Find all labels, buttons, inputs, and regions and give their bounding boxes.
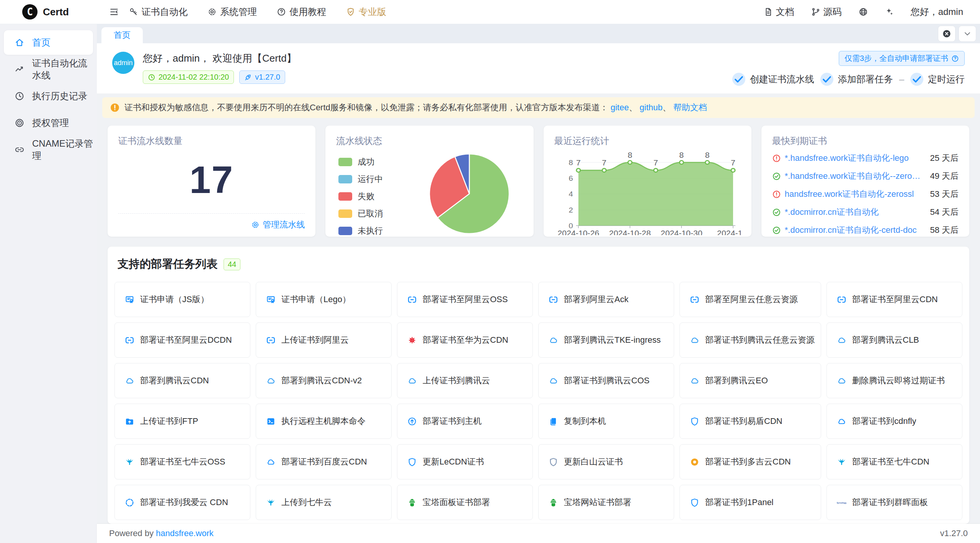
task-card-部署证书到腾讯云COS[interactable]: 部署证书到腾讯云COS bbox=[538, 363, 674, 398]
tab-bar: 首页 bbox=[97, 24, 980, 43]
legend-item-已取消[interactable]: 已取消 bbox=[338, 208, 383, 219]
task-card-证书申请（JS版）[interactable]: 证书申请（JS版） bbox=[114, 282, 250, 317]
aliyun-icon bbox=[837, 295, 846, 304]
nav-item-gear[interactable]: 系统管理 bbox=[207, 6, 257, 18]
task-card-部署到腾讯云EO[interactable]: 部署到腾讯云EO bbox=[679, 363, 821, 398]
quick-step-label: 定时运行 bbox=[928, 73, 965, 85]
sidebar-item-执行历史记录[interactable]: 执行历史记录 bbox=[4, 84, 93, 108]
task-card-部署证书至阿里云CDN[interactable]: 部署证书至阿里云CDN bbox=[826, 282, 962, 317]
legend-swatch bbox=[338, 227, 352, 235]
task-card-部署到腾讯云CDN[interactable]: 部署到腾讯云CDN bbox=[114, 363, 250, 398]
card-title: 最近运行统计 bbox=[554, 135, 741, 147]
alert-link-gitee[interactable]: gitee bbox=[611, 103, 629, 112]
quick-step-3[interactable]: 定时运行 bbox=[910, 73, 965, 86]
task-label: 部署证书到我爱云 CDN bbox=[140, 497, 228, 508]
alert-link-帮助文档[interactable]: 帮助文档 bbox=[673, 103, 707, 112]
task-card-宝塔网站证书部署[interactable]: 宝塔网站证书部署 bbox=[538, 485, 674, 520]
expiry-cert-link[interactable]: *.handsfree.work证书自动化-lego bbox=[785, 152, 922, 164]
task-card-部署证书至阿里云OSS[interactable]: 部署证书至阿里云OSS bbox=[397, 282, 533, 317]
gear-icon bbox=[251, 221, 260, 229]
task-card-上传证书到腾讯云[interactable]: 上传证书到腾讯云 bbox=[397, 363, 533, 398]
task-card-部署到腾讯云CLB[interactable]: 部署到腾讯云CLB bbox=[826, 322, 962, 358]
task-label: 部署证书到多吉云CDN bbox=[705, 456, 791, 468]
avatar[interactable]: admin bbox=[112, 52, 134, 74]
tasks-grid: 证书申请（JS版）证书申请（Lego）部署证书至阿里云OSS部署到阿里云Ack部… bbox=[114, 282, 962, 524]
task-card-上传证书到阿里云[interactable]: 上传证书到阿里云 bbox=[256, 322, 392, 358]
task-card-部署证书至七牛CDN[interactable]: 部署证书至七牛CDN bbox=[826, 444, 962, 479]
welcome-title: 您好，admin， 欢迎使用【Certd】 bbox=[143, 50, 297, 65]
nav-item-key[interactable]: 证书自动化 bbox=[129, 6, 188, 18]
task-card-删除腾讯云即将过期证书[interactable]: 删除腾讯云即将过期证书 bbox=[826, 363, 962, 398]
task-card-部署到腾讯云TKE-ingress[interactable]: 部署到腾讯云TKE-ingress bbox=[538, 322, 674, 358]
sidebar-item-CNAME记录管理[interactable]: CNAME记录管理 bbox=[4, 137, 93, 162]
task-card-上传证书到FTP[interactable]: 上传证书到FTP bbox=[114, 404, 250, 439]
nav-item-question-circle[interactable]: 使用教程 bbox=[277, 6, 326, 18]
nav-action-document[interactable]: 文档 bbox=[764, 6, 794, 18]
task-card-部署到阿里云Ack[interactable]: 部署到阿里云Ack bbox=[538, 282, 674, 317]
home-icon bbox=[15, 38, 24, 47]
expiry-cert-link[interactable]: *.docmirror.cn证书自动化 bbox=[785, 206, 922, 218]
task-card-部署证书到百度云CDN[interactable]: 部署证书到百度云CDN bbox=[256, 444, 392, 479]
task-card-宝塔面板证书部署[interactable]: 宝塔面板证书部署 bbox=[397, 485, 533, 520]
expiry-cert-link[interactable]: *.docmirror.cn证书自动化-certd-doc bbox=[785, 224, 922, 236]
svg-text:7: 7 bbox=[602, 159, 606, 167]
task-label: 更新白山云证书 bbox=[564, 456, 623, 468]
task-label: 部署证书到群晖面板 bbox=[852, 497, 928, 508]
gear-icon bbox=[207, 7, 217, 16]
expiry-cert-link[interactable]: handsfree.work证书自动化-zerossl bbox=[785, 188, 922, 200]
expiring-certs-card: 最快到期证书 *.handsfree.work证书自动化-lego25 天后*.… bbox=[761, 126, 969, 237]
task-card-部署证书至阿里云DCDN[interactable]: 部署证书至阿里云DCDN bbox=[114, 322, 250, 358]
expiry-cert-link[interactable]: *.handsfree.work证书自动化--zerossl bbox=[785, 170, 922, 182]
task-card-更新白山云证书[interactable]: 更新白山云证书 bbox=[538, 444, 674, 479]
task-card-部署证书至七牛云OSS[interactable]: 部署证书至七牛云OSS bbox=[114, 444, 250, 479]
check-circle-icon bbox=[772, 172, 781, 181]
manage-pipelines-link[interactable]: 管理流水线 bbox=[251, 219, 305, 231]
check-circle-icon bbox=[772, 208, 781, 217]
tab-home[interactable]: 首页 bbox=[101, 27, 143, 43]
check-circle-icon bbox=[772, 226, 781, 235]
task-card-部署证书至华为云CDN[interactable]: 部署证书至华为云CDN bbox=[397, 322, 533, 358]
nav-action-globe[interactable] bbox=[859, 7, 868, 16]
quick-start-badge[interactable]: 仅需3步，全自动申请部署证书 bbox=[839, 51, 965, 66]
rocket-icon bbox=[244, 74, 252, 81]
task-card-执行远程主机脚本命令[interactable]: 执行远程主机脚本命令 bbox=[256, 404, 392, 439]
user-greeting[interactable]: 您好，admin bbox=[911, 6, 963, 18]
doge-cloud-icon bbox=[690, 457, 699, 467]
version-badge[interactable]: v1.27.0 bbox=[239, 70, 285, 84]
quick-step-1[interactable]: 创建证书流水线 bbox=[732, 73, 814, 86]
sidebar-item-首页[interactable]: 首页 bbox=[4, 30, 93, 55]
tab-menu-button[interactable] bbox=[959, 26, 976, 42]
quick-step-2[interactable]: 添加部署任务 bbox=[820, 73, 893, 86]
task-card-更新LeCDN证书[interactable]: 更新LeCDN证书 bbox=[397, 444, 533, 479]
legend-item-失败[interactable]: 失败 bbox=[338, 191, 383, 202]
task-card-部署证书到1Panel[interactable]: 部署证书到1Panel bbox=[679, 485, 821, 520]
task-card-部署证书到易盾CDN[interactable]: 部署证书到易盾CDN bbox=[679, 404, 821, 439]
nav-item-pro[interactable]: 专业版 bbox=[346, 6, 386, 18]
handsfree-link[interactable]: handsfree.work bbox=[156, 528, 213, 538]
task-card-部署证书到腾讯云任意云资源[interactable]: 部署证书到腾讯云任意云资源 bbox=[679, 322, 821, 358]
legend-item-成功[interactable]: 成功 bbox=[338, 156, 383, 168]
nav-action-git-branch[interactable]: 源码 bbox=[811, 6, 842, 18]
nav-action-sparkles[interactable] bbox=[885, 7, 894, 16]
alert-link-github[interactable]: github bbox=[640, 103, 663, 112]
task-card-复制到本机[interactable]: 复制到本机 bbox=[538, 404, 674, 439]
task-card-部署证书到主机[interactable]: 部署证书到主机 bbox=[397, 404, 533, 439]
task-card-证书申请（Lego）[interactable]: 证书申请（Lego） bbox=[256, 282, 392, 317]
legend-item-未执行[interactable]: 未执行 bbox=[338, 225, 383, 237]
task-card-部署证书到多吉云CDN[interactable]: 部署证书到多吉云CDN bbox=[679, 444, 821, 479]
shield-icon bbox=[690, 498, 699, 507]
task-card-部署到腾讯云CDN-v2[interactable]: 部署到腾讯云CDN-v2 bbox=[256, 363, 392, 398]
svg-text:Synology: Synology bbox=[837, 501, 846, 504]
task-card-部署至阿里云任意云资源[interactable]: 部署至阿里云任意云资源 bbox=[679, 282, 821, 317]
task-card-部署证书到我爱云 CDN[interactable]: 部署证书到我爱云 CDN bbox=[114, 485, 250, 520]
task-card-上传到七牛云[interactable]: 上传到七牛云 bbox=[256, 485, 392, 520]
close-tab-button[interactable] bbox=[938, 26, 956, 42]
sidebar-item-授权管理[interactable]: 授权管理 bbox=[4, 111, 93, 135]
task-card-部署证书到cdnfly[interactable]: 部署证书到cdnfly bbox=[826, 404, 962, 439]
svg-text:8: 8 bbox=[679, 150, 684, 159]
legend-item-运行中[interactable]: 运行中 bbox=[338, 173, 383, 185]
sidebar-collapse-icon[interactable] bbox=[109, 7, 119, 17]
brand[interactable]: C Certd bbox=[0, 4, 97, 20]
task-card-部署证书到群晖面板[interactable]: Synology部署证书到群晖面板 bbox=[826, 485, 962, 520]
sidebar-item-证书自动化流水线[interactable]: 证书自动化流水线 bbox=[4, 57, 93, 82]
